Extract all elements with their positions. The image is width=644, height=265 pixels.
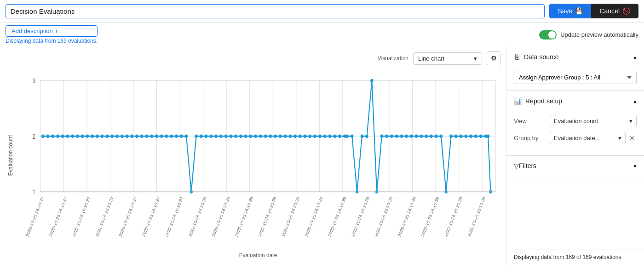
svg-point-115 xyxy=(474,135,477,138)
svg-point-37 xyxy=(91,135,93,138)
chart-type-select[interactable]: Line chart xyxy=(413,52,482,65)
chart-icon: 📊 xyxy=(514,97,522,105)
svg-point-44 xyxy=(126,135,128,138)
view-row: View Evaluation count xyxy=(514,115,637,127)
save-icon: 💾 xyxy=(575,7,583,15)
svg-point-61 xyxy=(210,135,213,138)
data-source-header[interactable]: 🗄 Data source xyxy=(506,47,644,67)
bottom-status: Displaying data from 169 of 169 evaluati… xyxy=(506,249,644,265)
svg-point-69 xyxy=(249,135,252,138)
group-by-row: Group by Evaluation date... ✕ xyxy=(514,132,637,144)
svg-point-52 xyxy=(165,135,168,138)
svg-point-104 xyxy=(420,135,423,138)
svg-point-93 xyxy=(365,135,368,138)
svg-point-103 xyxy=(415,135,418,138)
main-content: Visualization Line chart ⚙ Evaluation co… xyxy=(0,47,644,265)
filters-header[interactable]: ▽ Filters xyxy=(506,156,644,176)
report-setup-header[interactable]: 📊 Report setup xyxy=(506,91,644,111)
chart-svg-wrap: 3 2 1 xyxy=(16,69,500,250)
filter-icon: ▽ xyxy=(514,162,519,169)
svg-point-42 xyxy=(115,135,118,138)
chart-container: Evaluation count 3 2 1 xyxy=(6,69,500,260)
svg-point-89 xyxy=(345,135,348,138)
chart-area: Visualization Line chart ⚙ Evaluation co… xyxy=(0,47,506,265)
svg-text:2022-10-25 16:10:38: 2022-10-25 16:10:38 xyxy=(188,196,207,237)
svg-point-96 xyxy=(380,135,383,138)
svg-point-33 xyxy=(71,135,74,138)
filters-section: ▽ Filters xyxy=(506,156,644,176)
group-by-clear-button[interactable]: ✕ xyxy=(627,134,637,143)
group-by-area: Evaluation date... ✕ xyxy=(550,132,637,144)
svg-point-53 xyxy=(170,135,173,138)
svg-point-90 xyxy=(351,135,353,138)
svg-text:2022-10-25 16:10:38: 2022-10-25 16:10:38 xyxy=(258,196,277,237)
svg-point-97 xyxy=(385,135,388,138)
svg-text:2: 2 xyxy=(32,133,35,140)
group-by-select[interactable]: Evaluation date... xyxy=(550,132,626,144)
chevron-down-icon2 xyxy=(629,118,632,124)
svg-point-110 xyxy=(449,135,452,138)
y-axis-label: Evaluation count xyxy=(6,69,16,242)
svg-point-54 xyxy=(175,135,178,138)
svg-text:2022-10-25 16:10:38: 2022-10-25 16:10:38 xyxy=(234,196,254,237)
svg-point-75 xyxy=(279,135,282,138)
data-source-label: Data source xyxy=(524,53,558,61)
chart-inner: 3 2 1 xyxy=(16,69,500,260)
save-button[interactable]: Save 💾 xyxy=(549,4,591,18)
viz-bar: Visualization Line chart ⚙ xyxy=(6,51,500,65)
chart-title-input[interactable] xyxy=(6,4,545,18)
view-label: View xyxy=(514,118,546,124)
svg-point-28 xyxy=(46,135,49,138)
svg-point-118 xyxy=(487,135,489,138)
svg-point-30 xyxy=(56,135,59,138)
svg-point-112 xyxy=(460,135,462,138)
data-source-body: Assign Approver Group : 5 : All xyxy=(506,67,644,90)
svg-text:3: 3 xyxy=(32,77,35,85)
svg-point-34 xyxy=(76,135,79,138)
svg-point-114 xyxy=(469,135,472,138)
add-desc-label: Add description xyxy=(12,28,53,34)
svg-point-78 xyxy=(293,135,296,138)
svg-point-74 xyxy=(274,135,276,138)
svg-text:2022-10-25 16:10:38: 2022-10-25 16:10:38 xyxy=(304,196,324,237)
svg-point-46 xyxy=(135,135,138,138)
viz-label: Visualization xyxy=(378,55,408,62)
settings-button[interactable]: ⚙ xyxy=(487,51,500,65)
svg-point-71 xyxy=(259,135,262,138)
cancel-button[interactable]: Cancel 🚫 xyxy=(591,4,638,18)
svg-point-83 xyxy=(318,135,321,138)
svg-point-35 xyxy=(81,135,84,138)
data-info: Displaying data from 169 evaluations. xyxy=(6,38,98,44)
svg-text:2022-10-25 16:10:37: 2022-10-25 16:10:37 xyxy=(71,196,91,237)
database-icon: 🗄 xyxy=(514,53,520,61)
svg-point-86 xyxy=(333,135,336,138)
svg-point-87 xyxy=(338,135,341,138)
svg-text:2022-10-25 16:10:38: 2022-10-25 16:10:38 xyxy=(420,196,440,237)
svg-point-108 xyxy=(440,135,443,138)
svg-point-102 xyxy=(410,135,413,138)
svg-point-84 xyxy=(323,135,326,138)
svg-point-116 xyxy=(479,135,482,138)
top-bar: Save 💾 Cancel 🚫 xyxy=(0,0,644,23)
add-description-button[interactable]: Add description + xyxy=(6,25,98,37)
sub-bar: Add description + Displaying data from 1… xyxy=(0,23,644,47)
svg-point-76 xyxy=(284,135,287,138)
chart-svg: 3 2 1 xyxy=(16,69,500,250)
update-preview-toggle[interactable] xyxy=(539,30,557,39)
svg-point-72 xyxy=(264,135,267,138)
svg-text:2022-10-25 16:10:37: 2022-10-25 16:10:37 xyxy=(95,196,115,237)
sidebar: 🗄 Data source Assign Approver Group : 5 … xyxy=(506,47,644,265)
svg-point-65 xyxy=(230,135,232,138)
svg-point-38 xyxy=(96,135,98,138)
svg-point-32 xyxy=(66,135,69,138)
svg-point-59 xyxy=(200,135,202,138)
svg-point-70 xyxy=(254,135,257,138)
svg-point-77 xyxy=(289,135,292,138)
svg-point-94 xyxy=(370,79,373,83)
view-select[interactable]: Evaluation count xyxy=(550,115,637,127)
svg-point-100 xyxy=(400,135,403,138)
svg-point-113 xyxy=(464,135,467,138)
data-source-select[interactable]: Assign Approver Group : 5 : All xyxy=(514,71,637,84)
gear-icon: ⚙ xyxy=(491,54,497,62)
svg-point-51 xyxy=(160,135,163,138)
